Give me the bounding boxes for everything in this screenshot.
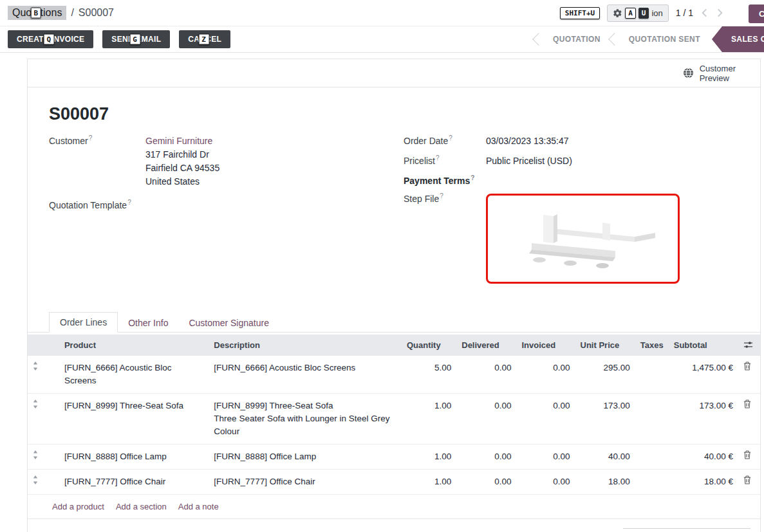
customer-label: Customer? <box>49 134 145 146</box>
delete-row-icon[interactable] <box>738 469 760 494</box>
help-icon: ? <box>89 134 93 142</box>
customer-address-line1: 317 Fairchild Dr <box>145 148 219 161</box>
breadcrumb-quotations[interactable]: Quotations B <box>8 6 66 20</box>
cell-description[interactable]: [FURN_8888] Office Lamp <box>209 444 402 469</box>
field-customer: Customer? Gemini Furniture 317 Fairchild… <box>49 134 394 188</box>
field-grid: Customer? Gemini Furniture 317 Fairchild… <box>28 134 760 290</box>
cell-product[interactable]: [FURN_7777] Office Chair <box>59 469 209 494</box>
cell-description[interactable]: [FURN_7777] Office Chair <box>209 469 402 494</box>
create-button[interactable]: Create <box>749 5 764 23</box>
cell-unit-price[interactable]: 40.00 <box>575 444 635 469</box>
hint-badge-g: G <box>129 34 140 45</box>
pricelist-value[interactable]: Public Pricelist (USD) <box>486 154 572 168</box>
delete-row-icon[interactable] <box>738 444 760 469</box>
delete-row-icon[interactable] <box>738 356 760 394</box>
cell-product[interactable]: [FURN_8999] Three-Seat Sofa <box>59 393 209 444</box>
hint-badge-u: U <box>638 8 649 19</box>
customer-preview-label: Customer Preview <box>700 64 736 83</box>
globe-icon <box>683 68 694 78</box>
step-file-image[interactable] <box>486 194 680 284</box>
cell-product[interactable]: [FURN_8888] Office Lamp <box>59 444 209 469</box>
totals-block: Total: 1,706.00 € <box>623 528 750 532</box>
cell-product[interactable]: [FURN_6666] Acoustic Bloc Screens <box>59 356 209 394</box>
hint-badge-z: Z <box>198 34 209 45</box>
drag-handle-icon[interactable] <box>28 444 59 469</box>
sheet-footer: Terms and conditions... Total: 1,706.00 … <box>28 519 760 532</box>
table-row: [FURN_7777] Office Chair [FURN_7777] Off… <box>28 469 760 494</box>
delete-row-icon[interactable] <box>738 393 760 444</box>
optional-columns-icon[interactable] <box>738 335 760 356</box>
drag-handle-icon[interactable] <box>28 393 59 444</box>
pager-next-icon[interactable] <box>716 8 724 17</box>
drag-handle-icon[interactable] <box>28 469 59 494</box>
table-row: [FURN_8999] Three-Seat Sofa [FURN_8999] … <box>28 393 760 444</box>
cell-unit-price[interactable]: 18.00 <box>575 469 635 494</box>
tab-customer-signature[interactable]: Customer Signature <box>178 313 279 333</box>
table-row: [FURN_6666] Acoustic Bloc Screens [FURN_… <box>28 356 760 394</box>
cell-taxes[interactable] <box>635 356 669 394</box>
cell-delivered[interactable]: 0.00 <box>456 469 516 494</box>
cell-quantity[interactable]: 1.00 <box>402 444 456 469</box>
cell-taxes[interactable] <box>635 393 669 444</box>
cell-taxes[interactable] <box>635 444 669 469</box>
customer-link[interactable]: Gemini Furniture <box>145 134 219 148</box>
cell-invoiced[interactable]: 0.00 <box>516 356 575 394</box>
help-icon: ? <box>471 174 474 181</box>
field-quotation-template: Quotation Template? <box>49 199 394 210</box>
cell-subtotal: 40.00 € <box>669 444 738 469</box>
header-description: Description <box>209 335 402 356</box>
field-pricelist: Pricelist? Public Pricelist (USD) <box>404 154 739 168</box>
cell-description[interactable]: [FURN_6666] Acoustic Bloc Screens <box>209 356 402 394</box>
add-product-link[interactable]: Add a product <box>52 502 104 511</box>
drag-handle-icon[interactable] <box>28 356 59 394</box>
cell-taxes[interactable] <box>635 469 669 494</box>
header-subtotal: Subtotal <box>669 335 738 356</box>
order-date-label: Order Date? <box>404 134 486 146</box>
cell-invoiced[interactable]: 0.00 <box>516 444 575 469</box>
send-email-button[interactable]: SEND EMAIL G <box>102 30 170 48</box>
statusbar-step-quotation[interactable]: QUOTATION <box>541 26 612 52</box>
cell-quantity[interactable]: 5.00 <box>402 356 456 394</box>
pager-counter[interactable]: 1 / 1 <box>676 8 693 18</box>
action-menu-label: ion <box>651 8 662 18</box>
pager-previous-icon[interactable] <box>700 8 709 17</box>
field-column-left: Customer? Gemini Furniture 317 Fairchild… <box>49 134 394 290</box>
cell-invoiced[interactable]: 0.00 <box>516 469 575 494</box>
cancel-button[interactable]: CANCEL Z <box>179 30 230 48</box>
tab-other-info[interactable]: Other Info <box>118 313 178 333</box>
statusbar-step-sales-order[interactable]: SALES ORDER <box>712 26 764 52</box>
notebook-tabs: Order Lines Other Info Customer Signatur… <box>28 312 760 333</box>
cell-delivered[interactable]: 0.00 <box>456 393 516 444</box>
terms-placeholder[interactable]: Terms and conditions... <box>49 528 142 532</box>
statusbar-step-quotation-sent[interactable]: QUOTATION SENT <box>617 26 712 52</box>
payment-terms-label: Payment Terms? <box>404 174 486 186</box>
cell-unit-price[interactable]: 173.00 <box>575 393 635 444</box>
cell-delivered[interactable]: 0.00 <box>456 444 516 469</box>
cell-subtotal: 1,475.00 € <box>669 356 738 394</box>
customer-address-line2: Fairfield CA 94535 <box>145 161 219 175</box>
form-sheet: Customer Preview S00007 Customer? Gemini… <box>27 59 761 532</box>
field-step-file: Step File? <box>404 192 739 284</box>
order-date-value[interactable]: 03/03/2023 13:35:47 <box>486 134 568 148</box>
add-note-link[interactable]: Add a note <box>178 502 219 511</box>
customer-preview-button[interactable]: Customer Preview <box>683 64 736 83</box>
customer-address-line3: United States <box>145 175 219 188</box>
help-icon: ? <box>127 199 131 206</box>
cell-invoiced[interactable]: 0.00 <box>516 393 575 444</box>
header-invoiced: Invoiced <box>516 335 575 356</box>
cell-description[interactable]: [FURN_8999] Three-Seat SofaThree Seater … <box>209 393 402 444</box>
cell-unit-price[interactable]: 295.00 <box>575 356 635 394</box>
tab-order-lines[interactable]: Order Lines <box>49 312 118 333</box>
cell-quantity[interactable]: 1.00 <box>402 469 456 494</box>
customer-value[interactable]: Gemini Furniture 317 Fairchild Dr Fairfi… <box>145 134 219 188</box>
add-section-link[interactable]: Add a section <box>116 502 167 511</box>
field-payment-terms: Payment Terms? <box>404 174 739 186</box>
field-column-right: Order Date? 03/03/2023 13:35:47 Pricelis… <box>394 134 739 290</box>
cell-quantity[interactable]: 1.00 <box>402 393 456 444</box>
topbar-right-controls: SHIFT+U A U ion 1 / 1 <box>560 5 764 22</box>
create-invoice-button[interactable]: CREATE INVOICE Q <box>8 30 93 48</box>
shortcut-badge: SHIFT+U <box>560 7 600 19</box>
cell-delivered[interactable]: 0.00 <box>456 356 516 394</box>
action-menu-button[interactable]: A U ion <box>607 5 669 22</box>
gear-icon <box>613 8 622 18</box>
